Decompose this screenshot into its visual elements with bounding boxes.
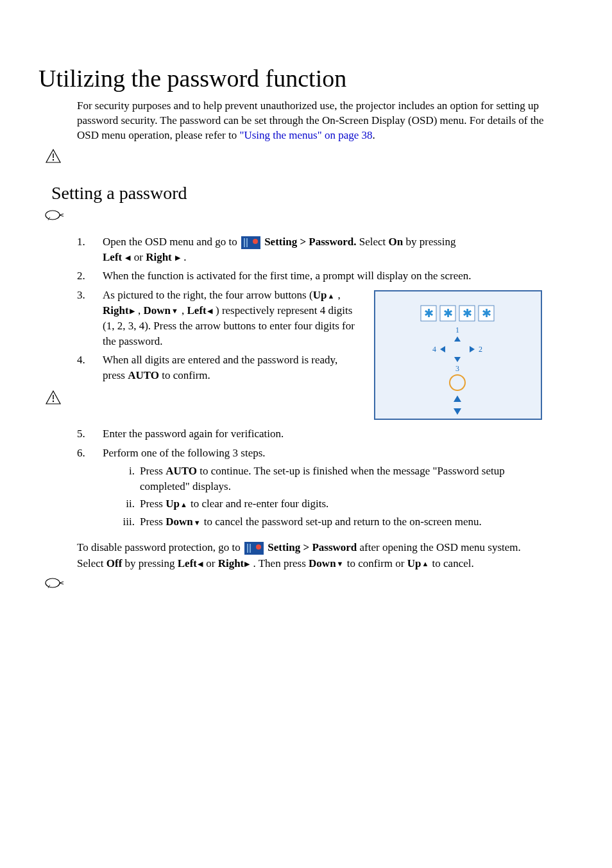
s1-or: or: [134, 251, 146, 263]
svg-text:2: 2: [479, 345, 482, 354]
s6i-a: Press: [140, 465, 166, 477]
intro-paragraph: For security purposes and to help preven…: [77, 99, 548, 143]
s4-auto: AUTO: [128, 369, 159, 381]
right-arrow-icon: ▶: [244, 559, 250, 569]
left-arrow-icon: ◀: [207, 306, 212, 316]
note-row-1: [45, 209, 574, 221]
s6iii-a: Press: [140, 516, 166, 528]
down-arrow-icon: ▼: [194, 518, 201, 528]
svg-point-1: [53, 159, 54, 161]
up-arrow-icon: ▲: [180, 500, 187, 510]
s1a: Open the OSD menu and go to: [103, 236, 240, 248]
s1d: On: [389, 236, 404, 248]
roman-i: i.: [115, 464, 140, 494]
s3-right: Right: [103, 304, 129, 317]
warning-icon: [45, 148, 62, 164]
s1c: Select: [356, 236, 388, 248]
note-icon: [45, 209, 64, 221]
osd-setting-icon: [241, 236, 260, 249]
step-num-2: 2.: [77, 268, 103, 284]
s1-left: Left: [103, 251, 122, 263]
s3b: ,: [335, 289, 341, 301]
s1-end: .: [183, 251, 186, 263]
right-arrow-icon: ▶: [130, 306, 135, 316]
disable-d: by pressing: [122, 557, 177, 569]
s1b: Setting > Password.: [264, 236, 356, 248]
svg-text:✱: ✱: [463, 307, 472, 320]
intro-link[interactable]: "Using the menus" on page 38: [240, 129, 373, 141]
osd-setting-icon: [244, 542, 264, 555]
disable-off: Off: [106, 557, 123, 569]
s1e: by pressing: [403, 236, 455, 248]
note-icon: [45, 577, 64, 589]
step-num-5: 5.: [77, 426, 103, 442]
s3a: As pictured to the right, the four arrow…: [103, 289, 313, 301]
step-1: 1. Open the OSD menu and go to Setting >…: [77, 234, 548, 265]
svg-text:✱: ✱: [424, 307, 434, 320]
s4b: to confirm.: [159, 369, 210, 381]
svg-text:✱: ✱: [482, 307, 491, 320]
s6ii-up: Up: [166, 498, 180, 510]
disable-left: Left: [178, 557, 197, 569]
step-num-3: 3.: [77, 288, 103, 349]
svg-text:1: 1: [455, 326, 459, 334]
disable-f: . Then press: [250, 557, 309, 569]
s5: Enter the password again for verificatio…: [103, 426, 548, 442]
disable-right: Right: [218, 557, 244, 569]
s2: When the function is activated for the f…: [103, 268, 548, 284]
step-6-sublist: i. Press AUTO to continue. The set-up is…: [115, 464, 548, 530]
s3-up: Up: [313, 289, 327, 301]
s3-down: Down: [143, 304, 171, 317]
svg-point-4: [53, 401, 54, 402]
step-5: 5. Enter the password again for verifica…: [77, 426, 548, 442]
s6ii-a: Press: [140, 498, 166, 510]
disable-b: Setting > Password: [268, 541, 357, 553]
down-arrow-icon: ▼: [337, 559, 344, 569]
svg-text:✱: ✱: [443, 307, 453, 320]
up-arrow-icon: ▲: [327, 291, 334, 301]
step-3-4-row: 3. As pictured to the right, the four ar…: [77, 288, 548, 422]
disable-h: to cancel.: [429, 557, 473, 569]
step-num-1: 1.: [77, 234, 103, 265]
left-arrow-icon: ◀: [198, 559, 203, 569]
step-6ii: ii. Press Up▲ to clear and re-enter four…: [115, 496, 548, 512]
s1-right: Right: [146, 251, 172, 263]
svg-text:4: 4: [432, 345, 436, 354]
s6i-auto: AUTO: [166, 465, 197, 477]
down-arrow-icon: ▼: [171, 306, 178, 316]
svg-text:3: 3: [455, 364, 459, 373]
s6iii-down: Down: [166, 516, 193, 528]
disable-down: Down: [309, 557, 336, 569]
s6iii-b: to cancel the password set-up and return…: [201, 516, 482, 528]
roman-ii: ii.: [115, 496, 140, 512]
section-title: Setting a password: [51, 183, 574, 204]
intro-after: .: [373, 129, 375, 141]
step-num-6: 6.: [77, 446, 103, 532]
step-6: 6. Perform one of the following 3 steps.…: [77, 446, 548, 532]
step-num-4: 4.: [77, 352, 103, 383]
disable-g: to confirm or: [344, 557, 407, 569]
step-2: 2. When the function is activated for th…: [77, 268, 548, 284]
roman-iii: iii.: [115, 514, 140, 530]
step-6iii: iii. Press Down▼ to cancel the password …: [115, 514, 548, 530]
disable-up: Up: [407, 557, 421, 569]
disable-e: or: [203, 557, 218, 569]
disable-paragraph: To disable password protection, go to Se…: [77, 540, 548, 571]
up-arrow-icon: ▲: [421, 559, 429, 569]
warning-row-1: [45, 148, 574, 164]
warning-row-2: [45, 390, 355, 405]
warning-icon: [45, 390, 62, 405]
svg-point-2: [46, 211, 60, 220]
s3c: ,: [135, 304, 144, 317]
step-6i: i. Press AUTO to continue. The set-up is…: [115, 464, 548, 494]
left-arrow-icon: ◀: [125, 253, 130, 263]
note-row-2: [45, 577, 574, 589]
steps-list: 1. Open the OSD menu and go to Setting >…: [77, 234, 548, 532]
s6ii-b: to clear and re-enter four digits.: [188, 498, 329, 510]
s6: Perform one of the following 3 steps.: [103, 447, 266, 459]
right-arrow-icon: ▶: [175, 253, 180, 263]
svg-point-25: [46, 578, 60, 587]
password-diagram: ✱✱✱✱ 1 4 2 3: [368, 288, 548, 422]
page-title: Utilizing the password function: [38, 64, 574, 92]
s3-left: Left: [187, 304, 207, 317]
